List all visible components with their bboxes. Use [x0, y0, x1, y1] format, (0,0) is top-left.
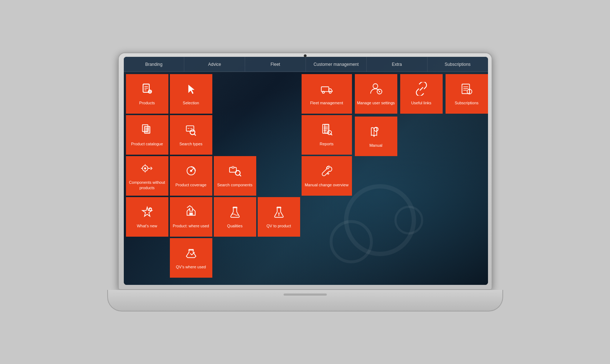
tile-product-coverage[interactable]: Product coverage [170, 156, 212, 196]
manual-svg [369, 124, 383, 138]
right-tile-row-2: Reports [302, 115, 352, 155]
camera [304, 54, 307, 57]
nav-customer-management[interactable]: Customer management [306, 57, 367, 72]
svg-text:!: ! [149, 90, 150, 94]
nav-bar: Branding Advice Fleet Customer managemen… [124, 57, 488, 72]
search-types-label: Search types [179, 141, 202, 146]
nav-extra[interactable]: Extra [367, 57, 428, 72]
product-where-icon [184, 205, 198, 220]
right-tile-row-1: Fleet management [302, 74, 352, 114]
svg-line-25 [191, 168, 194, 171]
tile-search-components[interactable]: ⚙ Search components [214, 156, 256, 196]
tile-manual-change-overview[interactable]: Manual change overview [302, 156, 352, 196]
manage-user-settings-label: Manage user settings [357, 100, 395, 105]
qv-where-icon [184, 246, 198, 261]
catalogue-svg [140, 123, 154, 137]
qv-product-icon [272, 205, 286, 220]
product-where-label: Product: where used [173, 223, 209, 228]
left-tiles-section: ! Products [126, 74, 300, 278]
main-grid: ! Products [124, 72, 488, 280]
components-svg [140, 161, 154, 175]
svg-rect-58 [462, 84, 469, 94]
tile-row-4: ★ What's new [126, 197, 300, 237]
flask-icon [228, 205, 242, 220]
screen-content: Branding Advice Fleet Customer managemen… [124, 57, 488, 285]
subscriptions-label: Subscriptions [455, 100, 478, 105]
link-icon [415, 82, 428, 97]
coverage-icon [184, 164, 198, 179]
components-label: Components without products [128, 180, 166, 190]
svg-point-18 [144, 167, 146, 169]
subscriptions-svg [460, 82, 474, 96]
search-components-svg: ⚙ [228, 164, 242, 178]
laptop-body: Branding Advice Fleet Customer managemen… [118, 53, 492, 290]
nav-fleet[interactable]: Fleet [245, 57, 306, 72]
tile-useful-links[interactable]: Useful links [400, 74, 443, 114]
subscriptions-icon [460, 82, 474, 97]
reports-label: Reports [320, 141, 334, 146]
tile-subscriptions[interactable]: Subscriptions [446, 74, 488, 114]
tile-reports[interactable]: Reports [302, 115, 352, 155]
tile-row-3: Components without products [126, 156, 300, 196]
truck-icon [320, 82, 334, 97]
tile-row-1: ! Products [126, 74, 300, 114]
tile-product-where-used[interactable]: Product: where used [170, 197, 212, 237]
user-settings-icon [369, 82, 383, 97]
svg-marker-6 [188, 85, 194, 94]
tile-manage-user-settings[interactable]: Manage user settings [355, 74, 397, 114]
subscriptions-section: Subscriptions [446, 74, 488, 278]
laptop-frame: Branding Advice Fleet Customer managemen… [107, 53, 503, 311]
product-coverage-label: Product coverage [175, 182, 206, 187]
useful-links-label: Useful links [411, 100, 431, 105]
wrench-svg [320, 164, 334, 178]
tile-search-types[interactable]: Search types [170, 115, 212, 155]
svg-text:⚙: ⚙ [232, 167, 234, 169]
qvs-where-used-label: QV's where used [176, 264, 206, 269]
selection-label: Selection [183, 100, 199, 105]
tile-product-catalogue[interactable]: Product catalogue [126, 115, 168, 155]
catalogue-icon [140, 123, 154, 138]
tile-qvs-where-used[interactable]: QV's where used [170, 238, 212, 278]
tile-qv-to-product[interactable]: QV to product [258, 197, 300, 237]
product-catalogue-label: Product catalogue [131, 141, 163, 146]
nav-advice[interactable]: Advice [184, 57, 245, 72]
nav-branding[interactable]: Branding [124, 57, 185, 72]
tile-qualities[interactable]: Qualities [214, 197, 256, 237]
svg-point-51 [379, 91, 380, 92]
qv-where-svg [184, 246, 198, 260]
extra-section: Useful links [400, 74, 443, 278]
manual-label: Manual [369, 143, 382, 148]
selection-icon [184, 82, 198, 97]
svg-text:★: ★ [149, 208, 152, 211]
reports-icon [320, 123, 334, 138]
tile-whats-new[interactable]: ★ What's new [126, 197, 168, 237]
right-tile-row-3: Manual change overview [302, 156, 352, 196]
qv-to-product-label: QV to product [267, 223, 291, 228]
tile-fleet-management[interactable]: Fleet management [302, 74, 352, 114]
components-icon [140, 161, 154, 177]
tile-components-without-products[interactable]: Components without products [126, 156, 168, 196]
qualities-label: Qualities [227, 223, 243, 228]
tile-products[interactable]: ! Products [126, 74, 168, 114]
nav-subscriptions[interactable]: Subscriptions [428, 57, 488, 72]
fleet-management-label: Fleet management [310, 100, 343, 105]
reports-svg [320, 123, 334, 137]
tile-manual[interactable]: Manual [355, 117, 397, 156]
whats-new-label: What's new [137, 223, 157, 228]
wrench-icon [320, 164, 334, 179]
product-icon: ! [140, 82, 154, 97]
product-svg: ! [140, 82, 154, 96]
svg-line-14 [194, 134, 195, 136]
coverage-svg [184, 164, 198, 178]
svg-line-28 [239, 175, 241, 176]
tile-selection[interactable]: Selection [170, 74, 212, 114]
search-components-icon: ⚙ [228, 164, 242, 179]
svg-point-41 [329, 91, 331, 94]
tile-row-2: Product catalogue [126, 115, 300, 155]
truck-svg [320, 82, 334, 96]
screen-bezel: Branding Advice Fleet Customer managemen… [124, 57, 488, 285]
star-icon: ★ [140, 205, 154, 220]
svg-point-37 [278, 213, 280, 214]
far-right-section: Manage user settings Manu [355, 74, 397, 278]
star-svg: ★ [140, 205, 154, 219]
